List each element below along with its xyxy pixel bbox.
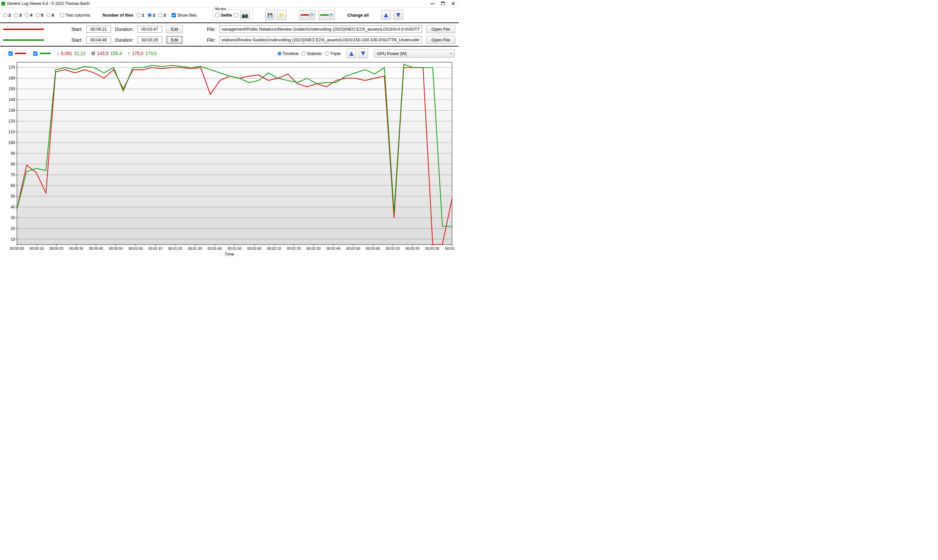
count-option-2[interactable]: 2 — [3, 13, 11, 18]
change-all-label: Change all — [347, 13, 369, 18]
window-title: Generic Log Viewer 6.4 - © 2022 Thomas B… — [7, 1, 89, 6]
maximize-button[interactable]: 🗖 — [441, 1, 445, 6]
file-path-input[interactable] — [220, 36, 422, 44]
svg-text:00:01:00: 00:01:00 — [129, 246, 143, 250]
metric-dropdown[interactable]: GPU Power [W] ▾ — [374, 49, 455, 58]
svg-text:50: 50 — [11, 194, 15, 198]
count-option-3[interactable]: 3 — [14, 13, 22, 18]
edit-button[interactable]: Edit — [166, 36, 183, 44]
file-path-input[interactable] — [220, 25, 422, 33]
view-row: ↓ 5,061 21,11 Ø 143,5 155,4 ↑ 175,0 173,… — [0, 46, 459, 60]
svg-text:30: 30 — [11, 215, 15, 220]
svg-text:00:03:10: 00:03:10 — [386, 246, 400, 250]
red-line-icon — [15, 53, 26, 54]
refresh-icon: ⟳ — [329, 12, 334, 18]
number-of-files-label: Number of files — [103, 13, 134, 18]
svg-text:00:03:30: 00:03:30 — [425, 246, 439, 250]
svg-text:00:02:00: 00:02:00 — [247, 246, 261, 250]
svg-text:120: 120 — [8, 119, 15, 123]
metric-dropdown-label: GPU Power [W] — [377, 51, 407, 56]
svg-text:100: 100 — [8, 140, 15, 145]
svg-text:00:00:00: 00:00:00 — [10, 246, 24, 250]
green-series-swatch — [3, 39, 44, 41]
svg-text:00:03:40: 00:03:40 — [445, 246, 455, 250]
modes-legend: Modes — [215, 7, 227, 11]
arrow-down-icon — [396, 13, 400, 17]
start-time-input[interactable] — [86, 26, 111, 32]
arrow-up-icon — [384, 13, 388, 17]
duration-input[interactable] — [137, 26, 162, 32]
stat-min: ↓ 5,061 21,11 — [57, 51, 86, 56]
svg-text:90: 90 — [11, 151, 15, 155]
numfiles-2[interactable]: 2 — [148, 13, 155, 18]
svg-text:40: 40 — [11, 205, 15, 209]
svg-text:00:00:20: 00:00:20 — [49, 246, 63, 250]
file-row-2: Start: Duration: Edit File: Open File — [0, 34, 459, 45]
camera-mode-checkbox[interactable] — [234, 13, 238, 17]
svg-text:170: 170 — [8, 65, 15, 70]
svg-text:00:02:20: 00:02:20 — [287, 246, 301, 250]
save-button[interactable]: 💾 — [265, 10, 275, 20]
stat-avg: Ø 143,5 155,4 — [91, 51, 122, 56]
svg-text:160: 160 — [8, 76, 15, 80]
svg-text:00:00:40: 00:00:40 — [89, 246, 103, 250]
viewmode-statistic[interactable]: Statistic — [302, 51, 322, 56]
move-down-button[interactable] — [393, 10, 403, 20]
show-files-checkbox[interactable]: Show files — [172, 13, 196, 18]
viewmode-timeline[interactable]: Timeline — [277, 51, 299, 56]
close-button[interactable]: ✕ — [451, 1, 455, 7]
chevron-down-icon: ▾ — [450, 52, 452, 55]
chart-area[interactable]: 1020304050607080901001101201301401501601… — [4, 60, 455, 266]
svg-text:00:01:50: 00:01:50 — [228, 246, 242, 250]
svg-text:140: 140 — [8, 97, 15, 102]
svg-text:70: 70 — [11, 172, 15, 177]
refresh-icon: ⟳ — [310, 12, 314, 18]
floppy-icon: 💾 — [267, 13, 273, 18]
count-option-4[interactable]: 4 — [25, 13, 32, 18]
selfie-checkbox[interactable]: Selfie — [215, 13, 232, 18]
chart-x-axis-label: Time — [4, 252, 455, 257]
duration-label: Duration: — [115, 27, 134, 32]
move-up-button[interactable] — [381, 10, 391, 20]
svg-text:80: 80 — [11, 162, 15, 166]
chart-down-button[interactable] — [358, 49, 368, 58]
svg-text:00:00:50: 00:00:50 — [109, 246, 123, 250]
duration-input[interactable] — [137, 37, 162, 43]
series-toggle-red[interactable] — [7, 51, 26, 57]
open-file-button[interactable]: Open File — [426, 36, 455, 44]
two-columns-checkbox[interactable]: Two columns — [60, 13, 90, 18]
folder-icon: 📁 — [279, 13, 284, 18]
viewmode-triple[interactable]: Triple — [325, 51, 341, 56]
file-label: File: — [207, 37, 215, 43]
svg-text:130: 130 — [8, 108, 15, 113]
open-folder-button[interactable]: 📁 — [277, 10, 286, 20]
svg-text:00:03:20: 00:03:20 — [405, 246, 419, 250]
count-radio-group: 2 3 4 5 6 — [3, 13, 54, 18]
file-row-1: Start: Duration: Edit File: Open File — [0, 23, 459, 34]
svg-text:00:01:20: 00:01:20 — [168, 246, 182, 250]
count-option-5[interactable]: 5 — [36, 13, 43, 18]
start-time-input[interactable] — [86, 37, 111, 43]
svg-text:00:02:50: 00:02:50 — [346, 246, 360, 250]
svg-text:00:02:10: 00:02:10 — [267, 246, 281, 250]
chart-up-button[interactable] — [347, 49, 356, 58]
camera-icon[interactable]: 📷 — [240, 11, 250, 19]
modes-group: Modes Selfie 📷 — [213, 9, 253, 20]
app-logo-icon — [1, 2, 5, 6]
red-line-icon — [300, 14, 309, 15]
svg-text:00:03:00: 00:03:00 — [366, 246, 380, 250]
edit-button[interactable]: Edit — [166, 25, 183, 33]
minimize-button[interactable]: — — [430, 1, 435, 6]
count-option-6[interactable]: 6 — [46, 13, 54, 18]
sync-red-button[interactable]: ⟳ — [299, 10, 315, 20]
numfiles-3[interactable]: 3 — [158, 13, 166, 18]
sync-green-button[interactable]: ⟳ — [319, 10, 335, 20]
green-line-icon — [320, 14, 329, 15]
svg-text:150: 150 — [8, 87, 15, 91]
series-toggle-green[interactable] — [32, 51, 51, 57]
arrow-down-icon — [361, 51, 365, 55]
duration-label: Duration: — [115, 37, 134, 43]
open-file-button[interactable]: Open File — [426, 25, 455, 33]
numfiles-1[interactable]: 1 — [137, 13, 144, 18]
red-series-swatch — [3, 29, 44, 30]
